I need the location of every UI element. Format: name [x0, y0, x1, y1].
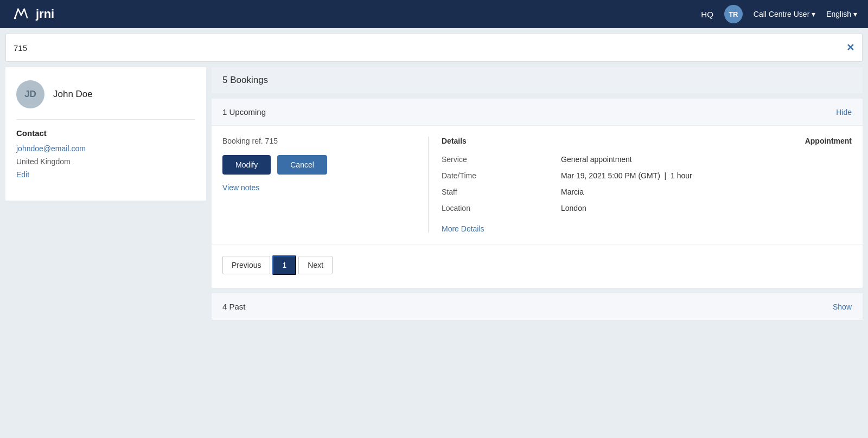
- logo-text: jrni: [36, 7, 54, 21]
- staff-value: Marcia: [561, 188, 852, 196]
- country-text: United Kingdom: [16, 157, 195, 166]
- svg-point-1: [14, 17, 16, 20]
- contact-section: Contact johndoe@email.com United Kingdom…: [16, 120, 195, 188]
- profile-section: JD John Doe: [16, 80, 195, 120]
- booking-right: Details Appointment Service General appo…: [429, 137, 852, 233]
- contact-label: Contact: [16, 128, 195, 138]
- content-area: 5 Bookings 1 Upcoming Hide Booking ref. …: [212, 67, 863, 320]
- service-value: General appointment: [561, 155, 852, 164]
- booking-actions: Modify Cancel: [222, 155, 417, 175]
- hide-button[interactable]: Hide: [836, 108, 852, 117]
- booking-item: Booking ref. 715 Modify Cancel View note…: [212, 126, 863, 244]
- upcoming-section: 1 Upcoming Hide Booking ref. 715 Modify …: [212, 99, 863, 288]
- appointment-label: Appointment: [805, 137, 852, 145]
- location-value: London: [561, 204, 852, 212]
- search-bar: ✕: [5, 34, 863, 62]
- service-row: Service General appointment: [442, 155, 852, 164]
- upcoming-title: 1 Upcoming: [222, 107, 266, 117]
- hq-label: HQ: [701, 10, 713, 19]
- location-label: Location: [442, 204, 561, 212]
- upcoming-header: 1 Upcoming Hide: [212, 99, 863, 126]
- next-button[interactable]: Next: [298, 256, 333, 274]
- pagination: Previous 1 Next: [212, 244, 863, 288]
- language-menu[interactable]: English ▾: [826, 10, 857, 18]
- location-row: Location London: [442, 204, 852, 212]
- staff-label: Staff: [442, 188, 561, 196]
- booking-left: Booking ref. 715 Modify Cancel View note…: [222, 137, 429, 233]
- past-section: 4 Past Show: [212, 293, 863, 320]
- avatar: TR: [724, 5, 743, 23]
- datetime-value: Mar 19, 2021 5:00 PM (GMT) | 1 hour: [561, 171, 852, 180]
- modify-button[interactable]: Modify: [222, 155, 271, 175]
- search-clear-icon[interactable]: ✕: [846, 42, 854, 54]
- datetime-label: Date/Time: [442, 171, 561, 180]
- more-details-link[interactable]: More Details: [442, 224, 484, 233]
- email-link[interactable]: johndoe@email.com: [16, 144, 195, 153]
- staff-row: Staff Marcia: [442, 188, 852, 196]
- datetime-row: Date/Time Mar 19, 2021 5:00 PM (GMT) | 1…: [442, 171, 852, 180]
- header: jrni HQ TR Call Centre User ▾ English ▾: [0, 0, 868, 28]
- profile-avatar: JD: [16, 80, 44, 108]
- page-1-button[interactable]: 1: [272, 255, 296, 275]
- header-right: HQ TR Call Centre User ▾ English ▾: [701, 5, 857, 23]
- sidebar: JD John Doe Contact johndoe@email.com Un…: [5, 67, 206, 201]
- profile-name: John Doe: [53, 89, 93, 100]
- booking-ref: Booking ref. 715: [222, 137, 417, 145]
- cancel-button[interactable]: Cancel: [277, 155, 327, 175]
- edit-link[interactable]: Edit: [16, 170, 29, 179]
- past-title: 4 Past: [222, 302, 246, 311]
- service-label: Service: [442, 155, 561, 164]
- details-header: Details Appointment: [442, 137, 852, 145]
- view-notes-link[interactable]: View notes: [222, 183, 259, 192]
- details-title: Details: [442, 137, 467, 145]
- main-layout: JD John Doe Contact johndoe@email.com Un…: [5, 67, 863, 320]
- logo: jrni: [11, 4, 54, 24]
- user-menu[interactable]: Call Centre User ▾: [754, 10, 815, 18]
- search-input[interactable]: [14, 43, 846, 53]
- past-header: 4 Past Show: [212, 293, 863, 320]
- previous-button[interactable]: Previous: [222, 256, 270, 274]
- bookings-header: 5 Bookings: [212, 67, 863, 93]
- show-button[interactable]: Show: [833, 302, 852, 311]
